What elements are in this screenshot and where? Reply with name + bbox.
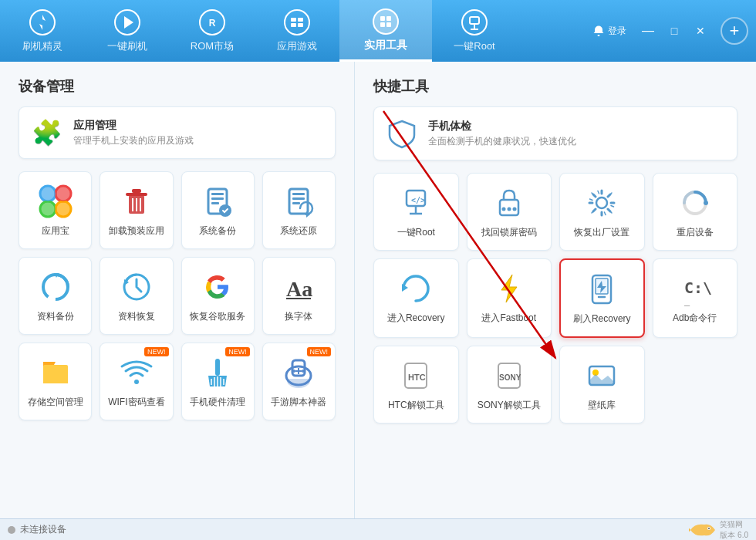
tool-item-wifi-pwd[interactable]: NEW! WIFI密码查看	[100, 343, 173, 420]
tool-label-factory-reset: 恢复出厂设置	[574, 226, 629, 239]
terminal-icon: C:\ _	[677, 270, 714, 307]
svg-rect-38	[292, 202, 300, 204]
maximize-btn[interactable]: □	[663, 22, 685, 40]
tool-item-enter-recovery[interactable]: 进入Recovery	[373, 258, 459, 338]
tool-item-htc-unlock[interactable]: HTC HTC解锁工具	[373, 346, 459, 424]
right-panel: 快捷工具 手机体检 全面检测手机的健康状况，快速优化 </> 一键Root	[355, 62, 756, 518]
folder-icon	[37, 354, 74, 391]
tool-label-google-svc: 恢复谷歌服务	[190, 310, 245, 323]
nav-item-one-flash[interactable]: 一键刷机	[85, 0, 170, 62]
tool-grid-row3: 存储空间管理 NEW! WIFI密码查看 NEW!	[19, 343, 336, 420]
refresh-icon	[397, 270, 434, 307]
right-grid-row2: 进入Recovery 进入Fastboot 刷入Recovery	[373, 258, 737, 338]
tool-grid-row2: 资料备份 资料恢复 恢复谷歌服务	[19, 257, 336, 335]
tool-label-uninstall: 卸载预装应用	[109, 224, 164, 238]
nav-item-flash-wizard[interactable]: 刷机精灵	[0, 0, 85, 62]
svg-point-65	[507, 208, 511, 211]
tool-item-google-svc[interactable]: 恢复谷歌服务	[181, 257, 255, 335]
tool-item-reboot[interactable]: 重启设备	[653, 173, 738, 251]
settings-icon	[199, 183, 236, 220]
tool-item-data-recover[interactable]: 资料恢复	[100, 257, 173, 335]
svg-point-85	[708, 528, 710, 529]
svg-text:C:\: C:\	[684, 278, 712, 297]
svg-point-19	[598, 35, 600, 36]
tool-label-font-change: 换字体	[285, 310, 312, 323]
nav-label-flash-wizard: 刷机精灵	[22, 39, 62, 53]
nav-icon-one-root	[461, 8, 488, 36]
svg-rect-11	[380, 16, 385, 21]
tool-item-font-change[interactable]: Aa 换字体	[262, 257, 336, 335]
gear-spin-icon	[583, 184, 620, 221]
tool-label-htc-unlock: HTC解锁工具	[388, 399, 444, 412]
svg-rect-32	[211, 197, 224, 200]
tool-item-sony-unlock[interactable]: SONY SONY解锁工具	[467, 346, 552, 424]
svg-text:HTC: HTC	[408, 373, 426, 382]
tool-item-storage-mgmt[interactable]: 存储空间管理	[19, 343, 92, 420]
tool-item-one-root[interactable]: </> 一键Root	[373, 173, 459, 251]
tool-label-wifi-pwd: WIFI密码查看	[108, 396, 164, 409]
lightning-icon	[491, 270, 528, 307]
tool-item-game-helper[interactable]: NEW! 手游脚本神器	[262, 343, 336, 420]
tool-label-game-helper: 手游脚本神器	[271, 396, 326, 409]
tool-item-data-backup[interactable]: 资料备份	[19, 257, 92, 335]
tool-item-factory-reset[interactable]: 恢复出厂设置	[559, 173, 645, 251]
nav-label-useful-tools: 实用工具	[364, 39, 407, 52]
gamepad-icon	[280, 354, 317, 391]
nav-item-rom-market[interactable]: R ROM市场	[170, 0, 255, 62]
tool-label-find-pwd: 找回锁屏密码	[481, 226, 537, 239]
svg-rect-12	[386, 16, 391, 21]
nav-right-controls: 登录 — □ ✕ +	[592, 0, 756, 62]
tool-item-find-pwd[interactable]: 找回锁屏密码	[467, 173, 552, 251]
phone-flash-icon	[583, 271, 620, 308]
login-area[interactable]: 登录	[592, 25, 626, 38]
svg-point-67	[596, 197, 607, 208]
app-management-title: 应用管理	[73, 119, 194, 133]
app-management-text: 应用管理 管理手机上安装的应用及游戏	[73, 119, 194, 147]
apps-icon	[37, 183, 74, 220]
nav-icon-rom-market: R	[198, 8, 226, 36]
svg-rect-9	[298, 23, 303, 27]
tool-label-sys-restore: 系统还原	[280, 224, 317, 238]
svg-text:_: _	[684, 295, 690, 306]
tool-item-sys-restore[interactable]: 系统还原	[262, 171, 336, 249]
bell-icon	[592, 25, 605, 37]
tool-item-enter-fastboot[interactable]: 进入Fastboot	[467, 258, 552, 338]
svg-text:</>: </>	[411, 196, 425, 204]
health-check-subtitle: 全面检测手机的健康状况，快速优化	[428, 135, 576, 148]
svg-rect-37	[292, 197, 305, 200]
health-check-text: 手机体检 全面检测手机的健康状况，快速优化	[428, 120, 576, 148]
backup-icon	[37, 268, 74, 305]
new-badge-wifi: NEW!	[144, 347, 169, 356]
nav-item-useful-tools[interactable]: 实用工具	[339, 0, 432, 62]
tool-item-app-store[interactable]: 应用宝	[19, 171, 92, 249]
tool-item-uninstall[interactable]: 卸载预装应用	[100, 171, 173, 249]
svg-point-15	[462, 10, 487, 35]
new-badge-game: NEW!	[307, 347, 332, 356]
nav-icon-app-games	[283, 8, 311, 36]
svg-rect-14	[386, 22, 391, 27]
tool-item-sys-backup[interactable]: 系统备份	[181, 171, 255, 249]
tool-item-flash-recovery[interactable]: 刷入Recovery	[559, 258, 645, 338]
add-button[interactable]: +	[721, 17, 748, 45]
svg-rect-25	[126, 193, 147, 196]
tool-label-data-recover: 资料恢复	[118, 310, 155, 323]
tool-label-phone-clean: 手机硬件清理	[190, 396, 245, 409]
minimize-btn[interactable]: —	[637, 22, 659, 40]
tool-label-app-store: 应用宝	[42, 224, 69, 238]
tool-label-one-root: 一键Root	[397, 226, 435, 239]
tool-item-phone-clean[interactable]: NEW! 手机硬件清理	[181, 343, 255, 420]
close-btn[interactable]: ✕	[690, 22, 711, 40]
nav-icon-useful-tools	[372, 8, 400, 35]
svg-rect-36	[292, 193, 305, 195]
health-check-card[interactable]: 手机体检 全面检测手机的健康状况，快速优化	[373, 106, 737, 160]
svg-point-55	[292, 370, 295, 373]
svg-rect-16	[470, 17, 479, 24]
nav-item-one-root[interactable]: 一键Root	[432, 0, 517, 62]
spinner-icon	[677, 184, 714, 221]
nav-icon-one-flash	[113, 8, 141, 36]
tool-item-wallpaper[interactable]: 壁纸库	[559, 346, 645, 424]
nav-item-app-games[interactable]: 应用游戏	[255, 0, 339, 62]
tool-item-adb-cmd[interactable]: C:\ _ Adb命令行	[653, 258, 738, 338]
app-management-card[interactable]: 🧩 应用管理 管理手机上安装的应用及游戏	[19, 106, 336, 159]
nav-label-one-root: 一键Root	[454, 39, 494, 53]
